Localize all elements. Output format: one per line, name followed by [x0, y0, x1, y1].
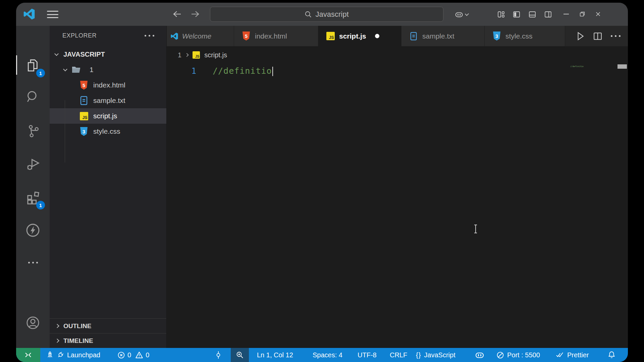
more-actions-button[interactable] [611, 35, 621, 37]
timeline-section[interactable]: TIMELINE [50, 333, 166, 348]
file-row-style-css[interactable]: 3 style.css [50, 124, 166, 139]
breadcrumb[interactable]: 1 JS script.js [167, 46, 628, 64]
sidebar-item-live-server[interactable] [23, 221, 42, 240]
tab-index-html[interactable]: 5 index.html [234, 26, 318, 46]
tab-sample-txt[interactable]: sample.txt [401, 26, 485, 46]
js-icon: JS [326, 32, 335, 41]
code-line: 1 //definitio [167, 64, 628, 78]
sidebar-item-search[interactable] [23, 87, 42, 106]
slash-circle-icon [496, 351, 504, 359]
file-row-script-js[interactable]: JS script.js [50, 108, 166, 124]
title-bar: Javascript [16, 3, 628, 26]
more-views-button[interactable] [23, 253, 42, 272]
launchpad-button[interactable]: Launchpad [46, 348, 100, 362]
commit-icon [215, 351, 222, 359]
problems-button[interactable]: 0 0 [117, 348, 149, 362]
views-and-more-actions-icon[interactable] [145, 35, 154, 37]
explorer-badge: 1 [36, 69, 45, 77]
breadcrumb-file[interactable]: script.js [204, 51, 227, 59]
language-mode-button[interactable]: {} JavaScript [416, 348, 455, 362]
file-row-index-html[interactable]: 5 index.html [50, 77, 166, 93]
workspace-row[interactable]: JAVASCRIPT [50, 47, 166, 62]
toggle-panel-button[interactable] [526, 9, 539, 20]
git-branch-icon [26, 124, 40, 137]
panel-bottom-icon [528, 11, 536, 18]
file-row-sample-txt[interactable]: sample.txt [50, 93, 166, 108]
explorer-title: EXPLORER [62, 32, 97, 39]
minimap[interactable]: //definitio [570, 65, 584, 67]
folder-name: 1 [90, 66, 94, 74]
file-tree: JAVASCRIPT 1 5 index.html [50, 47, 166, 139]
chevron-right-icon [55, 339, 59, 343]
search-icon [26, 90, 40, 104]
file-name: script.js [93, 112, 117, 120]
mouse-ibeam-cursor [475, 225, 476, 233]
menu-hamburger-icon[interactable] [47, 10, 58, 19]
editor-group: Welcome 5 index.html JS script.js sample… [167, 26, 628, 348]
sidebar-item-source-control[interactable] [23, 121, 42, 140]
encoding-button[interactable]: UTF-8 [358, 348, 377, 362]
copilot-icon [455, 10, 463, 18]
navigate-back-button[interactable] [170, 7, 184, 21]
outline-section[interactable]: OUTLINE [50, 318, 166, 333]
remote-indicator[interactable] [16, 348, 40, 362]
zoom-in-icon [236, 351, 244, 359]
run-file-button[interactable] [576, 32, 585, 41]
breadcrumb-folder[interactable]: 1 [178, 51, 181, 59]
tab-label: Welcome [182, 32, 211, 40]
copilot-status-button[interactable] [475, 348, 484, 362]
copilot-button[interactable] [455, 9, 468, 20]
split-editor-button[interactable] [593, 32, 602, 41]
notifications-button[interactable] [608, 348, 615, 362]
double-check-icon [555, 352, 564, 358]
code-area[interactable]: 1 //definitio //definitio [167, 64, 628, 348]
error-count: 0 [127, 351, 131, 359]
ellipsis-icon [28, 262, 38, 263]
indentation-button[interactable]: Spaces: 4 [313, 348, 342, 362]
tab-label: index.html [255, 32, 287, 40]
unsaved-dot-icon[interactable] [375, 34, 379, 38]
prettier-button[interactable]: Prettier [555, 348, 589, 362]
vscode-window: Javascript [16, 3, 628, 362]
navigate-forward-button[interactable] [188, 7, 203, 21]
sidebar-item-extensions[interactable]: 1 [23, 188, 42, 207]
outline-label: OUTLINE [63, 322, 91, 330]
remote-icon [24, 352, 32, 358]
cursor-position-button[interactable]: Ln 1, Col 12 [257, 348, 293, 362]
sidebar-item-explorer[interactable]: 1 [23, 56, 42, 75]
vscode-logo-icon [171, 33, 178, 40]
restore-button[interactable] [575, 7, 590, 21]
folder-row[interactable]: 1 [50, 62, 166, 77]
customize-layout-button[interactable] [494, 9, 508, 20]
toggle-primary-sidebar-button[interactable] [510, 9, 523, 20]
sidebar-bottom-sections: OUTLINE TIMELINE [50, 318, 166, 348]
js-icon: JS [79, 111, 89, 121]
minimize-button[interactable] [559, 7, 574, 21]
css-icon: 3 [79, 127, 89, 136]
chevron-right-icon [185, 53, 189, 57]
tab-label: script.js [339, 32, 366, 40]
accounts-button[interactable] [23, 313, 42, 332]
panel-left-icon [513, 11, 521, 18]
scrollbar-thumb[interactable] [618, 64, 627, 69]
command-center-search[interactable]: Javascript [210, 7, 443, 22]
zoom-indicator[interactable] [231, 348, 249, 362]
tab-welcome[interactable]: Welcome [167, 26, 234, 46]
port-button[interactable]: Port : 5500 [496, 348, 540, 362]
debug-icon [26, 157, 40, 171]
file-name: index.html [93, 81, 125, 89]
eol-button[interactable]: CRLF [390, 348, 407, 362]
layout-grid-icon [497, 11, 505, 18]
tab-style-css[interactable]: 3 style.css [485, 26, 565, 46]
status-bar: Launchpad 0 0 Ln 1, Col 12 Spaces: 4 UTF… [16, 348, 628, 362]
commit-indicator[interactable] [215, 348, 222, 362]
close-button[interactable] [591, 7, 605, 21]
main-area: 1 1 [16, 26, 628, 348]
code-text: //definitio [213, 66, 273, 76]
active-view-indicator [16, 55, 17, 75]
tab-script-js[interactable]: JS script.js [318, 26, 401, 46]
explorer-header: EXPLORER [50, 30, 166, 41]
sidebar-item-run-debug[interactable] [23, 155, 42, 173]
toggle-secondary-sidebar-button[interactable] [541, 9, 555, 20]
vscode-logo-icon [23, 8, 35, 20]
